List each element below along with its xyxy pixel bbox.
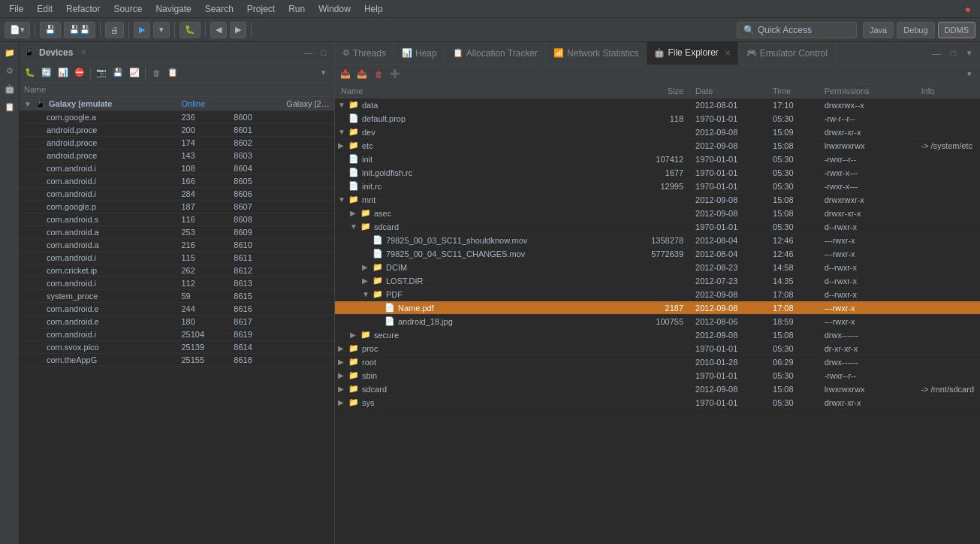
run-dropdown[interactable]: ▾ <box>153 22 170 38</box>
menu-help[interactable]: Help <box>358 2 389 16</box>
sidebar-icon-1[interactable]: 📁 <box>2 45 17 60</box>
back-button[interactable]: ◀ <box>210 22 227 38</box>
file-row[interactable]: ▶ 📁 root 2010-01-28 06:29 drwx------ <box>335 355 980 369</box>
device-row[interactable]: com.android.i 108 8604 <box>20 162 334 175</box>
file-row[interactable]: ▶ 📁 sbin 1970-01-01 05:30 -rwxr--r-- <box>335 369 980 382</box>
device-row[interactable]: ▼ 📱 Galaxy [emulate Online Galaxy [2.2, … <box>20 97 334 111</box>
maximize-ddms[interactable]: □ <box>945 46 960 61</box>
device-row[interactable]: com.svox.pico 25139 8614 <box>20 341 334 354</box>
menu-run[interactable]: Run <box>282 2 311 16</box>
menu-file[interactable]: File <box>3 2 29 16</box>
save-all-button[interactable]: 💾💾 <box>64 22 95 38</box>
view-dropdown[interactable]: ▾ <box>316 65 331 80</box>
folder-expand-arrow[interactable]: ▶ <box>338 398 345 406</box>
devices-table[interactable]: Name ▼ 📱 Galaxy [emulate Online Galaxy [… <box>20 83 334 544</box>
run-button[interactable]: ▶ <box>134 22 150 38</box>
file-row[interactable]: ▼ 📁 sdcard 1970-01-01 05:30 d--rwxr-x <box>335 220 980 234</box>
menu-source[interactable]: Source <box>107 2 148 16</box>
pull-file-btn[interactable]: 📥 <box>338 67 353 82</box>
minimize-ddms[interactable]: — <box>929 46 944 61</box>
tab-fileexplorer-close[interactable]: ✕ <box>725 49 731 57</box>
file-row[interactable]: ▶ 📁 etc 2012-09-08 15:08 lrwxrwxrwx -> /… <box>335 139 980 153</box>
sidebar-icon-2[interactable]: ⚙ <box>2 63 17 78</box>
device-row[interactable]: com.android.i 166 8605 <box>20 175 334 188</box>
device-row[interactable]: com.android.i 284 8606 <box>20 188 334 201</box>
file-row[interactable]: 📄 android_18.jpg 100755 2012-08-06 18:59… <box>335 315 980 328</box>
menu-window[interactable]: Window <box>312 2 357 16</box>
java-button[interactable]: Java <box>863 22 894 38</box>
device-row[interactable]: com.android.i 112 8613 <box>20 277 334 290</box>
file-row[interactable]: ▼ 📁 dev 2012-09-08 15:09 drwxr-xr-x <box>335 125 980 139</box>
file-row[interactable]: 📄 default.prop 118 1970-01-01 05:30 -rw-… <box>335 112 980 125</box>
tab-allocation[interactable]: 📋 Allocation Tracker <box>445 42 546 64</box>
sidebar-icon-3[interactable]: 🤖 <box>2 81 17 96</box>
device-row[interactable]: com.cricket.ip 262 8612 <box>20 264 334 277</box>
tab-network[interactable]: 📶 Network Statistics <box>546 42 647 64</box>
file-row[interactable]: ▶ 📁 asec 2012-09-08 15:08 drwxr-xr-x <box>335 207 980 220</box>
file-row[interactable]: 📄 init 107412 1970-01-01 05:30 -rwxr--r-… <box>335 153 980 166</box>
device-row[interactable]: com.google.a 236 8600 <box>20 111 334 124</box>
file-row[interactable]: ▶ 📁 sdcard 2012-09-08 15:08 lrwxrwxrwx -… <box>335 382 980 396</box>
device-row[interactable]: android.proce 174 8602 <box>20 137 334 150</box>
sidebar-icon-4[interactable]: 📋 <box>2 99 17 114</box>
device-row[interactable]: com.google.p 187 8607 <box>20 201 334 213</box>
file-row[interactable]: ▼ 📁 mnt 2012-09-08 15:08 drwxrwxr-x <box>335 193 980 207</box>
menu-edit[interactable]: Edit <box>31 2 59 16</box>
menu-project[interactable]: Project <box>241 2 281 16</box>
view-options-btn[interactable]: ▾ <box>962 67 977 82</box>
stop-process-btn[interactable]: ⛔ <box>72 65 87 80</box>
view-menu-btn[interactable]: ▾ <box>316 65 331 80</box>
folder-expand-arrow[interactable]: ▶ <box>338 358 345 366</box>
device-row[interactable]: com.theAppG 25155 8618 <box>20 354 334 367</box>
file-row[interactable]: 📄 init.rc 12995 1970-01-01 05:30 -rwxr-x… <box>335 180 980 193</box>
method-profiling-btn[interactable]: 📈 <box>127 65 142 80</box>
device-row[interactable]: com.android.s 116 8608 <box>20 213 334 226</box>
folder-expand-arrow[interactable]: ▶ <box>350 209 357 217</box>
folder-expand-arrow[interactable]: ▶ <box>350 331 357 339</box>
file-row[interactable]: 📄 79825_00_03_SC11_shouldknow.mov 135827… <box>335 234 980 247</box>
folder-expand-arrow[interactable]: ▶ <box>338 385 345 393</box>
file-row[interactable]: 📄 Name.pdf 2187 2012-09-08 17:08 ---rwxr… <box>335 301 980 315</box>
forward-button[interactable]: ▶ <box>230 22 246 38</box>
file-row[interactable]: ▶ 📁 LOST.DIR 2012-07-23 14:35 d--rwxr-x <box>335 274 980 288</box>
device-row[interactable]: com.android.i 115 8611 <box>20 252 334 264</box>
device-expand[interactable]: ▼ <box>24 100 32 108</box>
maximize-button[interactable]: □ <box>318 47 330 59</box>
device-row[interactable]: com.android.a 216 8610 <box>20 239 334 252</box>
file-row[interactable]: ▶ 📁 secure 2012-09-08 15:08 drwx------ <box>335 328 980 342</box>
device-row[interactable]: android.proce 143 8603 <box>20 150 334 162</box>
folder-expand-arrow[interactable]: ▼ <box>338 101 345 109</box>
folder-expand-arrow[interactable]: ▶ <box>338 141 345 150</box>
folder-expand-arrow[interactable]: ▼ <box>338 195 345 204</box>
add-folder-btn[interactable]: ➕ <box>387 67 403 82</box>
device-row[interactable]: com.android.a 253 8609 <box>20 226 334 239</box>
debug-view-button[interactable]: Debug <box>897 22 934 38</box>
tab-heap[interactable]: 📊 Heap <box>394 42 445 64</box>
folder-expand-arrow[interactable]: ▼ <box>362 290 369 298</box>
device-row[interactable]: com.android.e 244 8616 <box>20 303 334 316</box>
file-explorer[interactable]: Name Size Date Time Permissions Info ▼ 📁… <box>335 84 980 544</box>
folder-expand-arrow[interactable]: ▼ <box>350 222 357 231</box>
quick-access-bar[interactable]: 🔍 Quick Access <box>737 22 857 38</box>
file-row[interactable]: ▶ 📁 sys 1970-01-01 05:30 drwxr-xr-x <box>335 396 980 410</box>
cause-gc-btn[interactable]: 🗑 <box>149 65 164 80</box>
file-row[interactable]: 📄 79825_00_04_SC11_CHANGES.mov 5772639 2… <box>335 247 980 261</box>
file-row[interactable]: ▼ 📁 data 2012-08-01 17:10 drwxrwx--x <box>335 98 980 112</box>
folder-expand-arrow[interactable]: ▶ <box>338 371 345 379</box>
folder-expand-arrow[interactable]: ▶ <box>338 344 345 352</box>
new-button[interactable]: 📄▾ <box>5 22 30 38</box>
folder-expand-arrow[interactable]: ▶ <box>362 277 369 285</box>
file-row[interactable]: ▼ 📁 PDF 2012-09-08 17:08 d--rwxr-x <box>335 288 980 301</box>
expand-ddms[interactable]: ▾ <box>962 46 977 61</box>
logcat-btn[interactable]: 📋 <box>165 65 180 80</box>
tab-emulator[interactable]: 🎮 Emulator Control <box>739 42 836 64</box>
device-row[interactable]: com.android.i 25104 8619 <box>20 328 334 341</box>
menu-search[interactable]: Search <box>199 2 240 16</box>
debug-button[interactable]: 🐛 <box>179 22 201 38</box>
ddms-button[interactable]: DDMS <box>938 22 975 38</box>
debug-process-btn[interactable]: 🐛 <box>23 65 38 80</box>
file-row[interactable]: ▶ 📁 DCIM 2012-08-23 14:58 d--rwxr-x <box>335 261 980 274</box>
screen-capture-btn[interactable]: 📷 <box>94 65 109 80</box>
menu-refactor[interactable]: Refactor <box>60 2 106 16</box>
dump-hprof-btn[interactable]: 💾 <box>110 65 125 80</box>
